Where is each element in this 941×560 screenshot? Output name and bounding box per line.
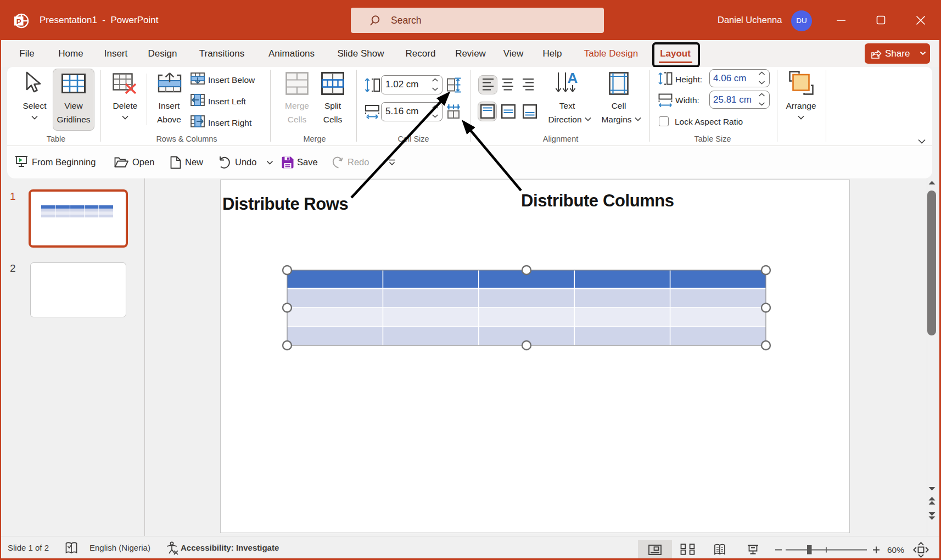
svg-text:60%: 60% [887, 545, 904, 555]
svg-text:A: A [568, 70, 578, 86]
svg-text:P: P [16, 18, 21, 26]
